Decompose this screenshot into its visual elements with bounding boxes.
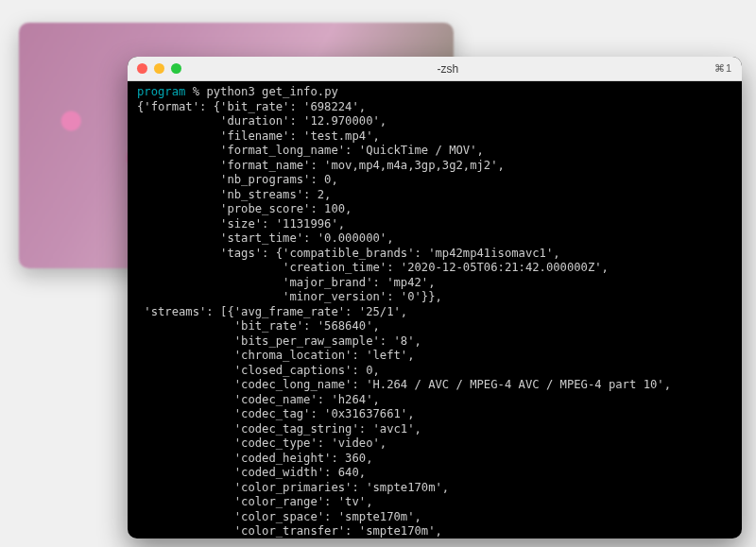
minimize-icon[interactable]	[154, 63, 164, 74]
prompt-command: python3 get_info.py	[206, 85, 337, 98]
zoom-icon[interactable]	[171, 63, 181, 74]
window-shortcut: ⌘1	[714, 62, 732, 75]
window-title: -zsh	[181, 62, 714, 76]
traffic-lights	[137, 63, 181, 74]
shell-prompt: program % python3 get_info.py	[137, 85, 338, 98]
prompt-host: program	[137, 85, 185, 98]
terminal-output: {'format': {'bit_rate': '698224', 'durat…	[137, 100, 671, 538]
prompt-separator: %	[185, 85, 206, 98]
terminal-body[interactable]: program % python3 get_info.py {'format':…	[128, 81, 742, 538]
close-icon[interactable]	[137, 63, 147, 74]
terminal-window: -zsh ⌘1 program % python3 get_info.py {'…	[128, 57, 742, 538]
window-titlebar[interactable]: -zsh ⌘1	[128, 57, 742, 81]
